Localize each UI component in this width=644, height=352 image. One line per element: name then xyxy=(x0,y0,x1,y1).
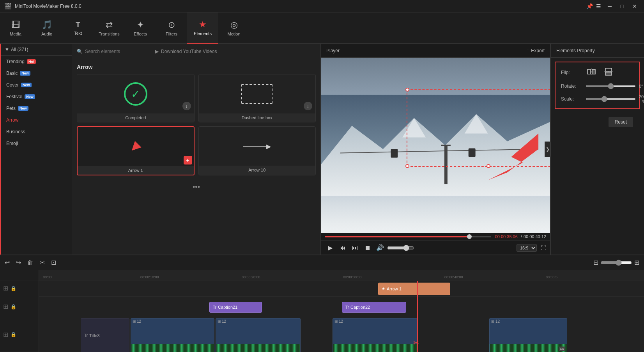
volume-slider[interactable] xyxy=(387,245,414,251)
text-icon: T xyxy=(76,20,80,29)
clip-video3[interactable]: ⊞ 12 xyxy=(333,318,418,352)
caption21-label: Caption21 xyxy=(218,305,237,310)
emoji-label: Emoji xyxy=(6,141,18,146)
clip-video1[interactable]: ⊞ 12 xyxy=(131,318,214,352)
ruler-spacer xyxy=(0,270,39,281)
nav-basic[interactable]: Basic New xyxy=(0,67,72,79)
aspect-ratio-select[interactable]: 16:9 9:16 1:1 4:3 xyxy=(517,244,537,252)
ruler-mark-0: 00:00 xyxy=(43,275,52,279)
search-input[interactable] xyxy=(85,49,147,54)
scale-slider[interactable] xyxy=(586,98,636,100)
svg-rect-5 xyxy=(391,149,398,157)
toolbar-transitions[interactable]: ⇄ Transitions xyxy=(94,12,125,44)
svg-rect-7 xyxy=(444,145,448,184)
reset-button[interactable]: Reset xyxy=(609,117,633,127)
toolbar-text[interactable]: T Text xyxy=(62,12,94,44)
redo-button[interactable]: ↪ xyxy=(16,259,21,266)
element-arrow10[interactable]: ▶ Arrow 10 xyxy=(198,126,316,175)
minimize-button[interactable]: ─ xyxy=(604,1,615,12)
ruler-mark-40: 00:00:40:00 xyxy=(444,275,463,279)
play-button[interactable]: ▶ xyxy=(325,242,336,253)
svg-rect-14 xyxy=(605,72,612,75)
cut-button[interactable]: ✂ xyxy=(40,259,45,266)
progress-handle[interactable] xyxy=(467,234,472,239)
nav-arrow[interactable]: Arrow xyxy=(0,114,72,126)
progress-bar[interactable] xyxy=(325,236,491,237)
video2-wave xyxy=(216,344,300,352)
clip-title3[interactable]: Tr Title3 xyxy=(81,318,129,352)
delete-button[interactable]: 🗑 xyxy=(27,259,34,266)
video-lock-icon[interactable]: 🔒 xyxy=(11,332,16,337)
app-icon: 🎬 xyxy=(4,2,12,10)
close-button[interactable]: ✕ xyxy=(629,1,640,12)
current-time: 00:00:35:06 xyxy=(495,234,518,239)
flip-horizontal-btn[interactable] xyxy=(586,67,597,78)
dashedbox-download-btn[interactable]: ↓ xyxy=(304,102,312,110)
toolbar-elements[interactable]: ★ Elements xyxy=(187,12,218,44)
zoom-slider[interactable] xyxy=(601,260,632,266)
toolbar-effects[interactable]: ✦ Effects xyxy=(125,12,156,44)
elements-lock-icon[interactable]: 🔒 xyxy=(11,286,16,291)
pets-badge: New xyxy=(18,106,28,111)
nav-business[interactable]: Business xyxy=(0,126,72,138)
caption22-label: Caption22 xyxy=(350,305,370,310)
volume-button[interactable]: 🔊 xyxy=(375,242,386,253)
completed-download-btn[interactable]: ↓ xyxy=(182,102,191,110)
zoom-out-btn[interactable]: ⊟ xyxy=(593,259,598,266)
nav-festival[interactable]: Festival New xyxy=(0,91,72,103)
zoom-in-btn[interactable]: ⊞ xyxy=(634,259,639,266)
active-indicator xyxy=(0,44,1,255)
clip-caption22[interactable]: Tr Caption22 xyxy=(342,302,406,313)
dashedbox-img: ↓ xyxy=(199,74,316,113)
add-captions-track-btn[interactable]: ⊞ xyxy=(3,303,8,310)
prev-button[interactable]: ⏮ xyxy=(337,242,348,253)
clip-caption21[interactable]: Tr Caption21 xyxy=(209,302,262,313)
stop-button[interactable]: ⏹ xyxy=(362,242,373,253)
arrow10-img: ▶ xyxy=(199,127,316,166)
track-label-elements: ⊞ 🔒 xyxy=(0,281,39,296)
flip-vertical-btn[interactable] xyxy=(603,67,614,78)
add-elements-track-btn[interactable]: ⊞ xyxy=(3,285,8,292)
toolbar-filters[interactable]: ⊙ Filters xyxy=(156,12,187,44)
undo-button[interactable]: ↩ xyxy=(5,259,10,266)
crop-button[interactable]: ⊡ xyxy=(51,259,56,266)
window-controls: ─ □ ✕ xyxy=(604,1,640,12)
next-button[interactable]: ⏭ xyxy=(350,242,361,253)
svg-rect-6 xyxy=(469,148,476,157)
clip-video4[interactable]: ⊞ 12 4X xyxy=(489,318,567,352)
element-dashedbox[interactable]: ↓ Dashed line box xyxy=(198,74,316,122)
app-title: MiniTool MovieMaker Free 8.0.0 xyxy=(15,4,586,9)
element-arrow1[interactable]: ▼ + Arrow 1 xyxy=(77,126,195,175)
download-youtube[interactable]: ▶ Download YouTube Videos xyxy=(155,49,217,54)
panel-collapse-btn[interactable]: ❯ xyxy=(545,142,551,157)
fullscreen-button[interactable]: ⛶ xyxy=(541,245,546,251)
search-bar: 🔍 ▶ Download YouTube Videos xyxy=(72,44,320,59)
element-completed[interactable]: ✓ ↓ Completed xyxy=(77,74,195,122)
add-video-track-btn[interactable]: ⊞ xyxy=(3,331,8,338)
arrow1-shape: ▼ xyxy=(124,135,147,158)
caption22-icon: Tr xyxy=(345,305,349,310)
toolbar-motion[interactable]: ◎ Motion xyxy=(218,12,249,44)
flip-v-icon xyxy=(604,68,613,76)
nav-emoji[interactable]: Emoji xyxy=(0,138,72,149)
toolbar-media[interactable]: 🎞 Media xyxy=(0,12,31,44)
filters-icon: ⊙ xyxy=(168,20,175,30)
captions-lock-icon[interactable]: 🔒 xyxy=(11,304,16,310)
nav-trending[interactable]: Trending Hot xyxy=(0,56,72,67)
rotate-slider[interactable] xyxy=(586,85,636,87)
arrow1-add-btn[interactable]: + xyxy=(184,156,192,165)
nav-pets[interactable]: Pets New xyxy=(0,103,72,114)
clip-arrow1[interactable]: ★ Arrow 1 xyxy=(378,283,450,295)
arrow1-label: Arrow 1 xyxy=(78,166,194,175)
export-button[interactable]: ↑ Export xyxy=(527,48,545,53)
wave-line-3 xyxy=(333,344,417,352)
nav-cover[interactable]: Cover New xyxy=(0,79,72,91)
menu-icon[interactable]: ☰ xyxy=(596,3,601,9)
svg-rect-10 xyxy=(587,69,591,74)
elements-track: ★ Arrow 1 xyxy=(39,281,644,297)
toolbar-audio[interactable]: 🎵 Audio xyxy=(31,12,62,44)
business-label: Business xyxy=(6,129,25,134)
maximize-button[interactable]: □ xyxy=(617,1,628,12)
caption21-icon: Tr xyxy=(213,305,216,310)
clip-video2[interactable]: ⊞ 12 xyxy=(216,318,301,352)
